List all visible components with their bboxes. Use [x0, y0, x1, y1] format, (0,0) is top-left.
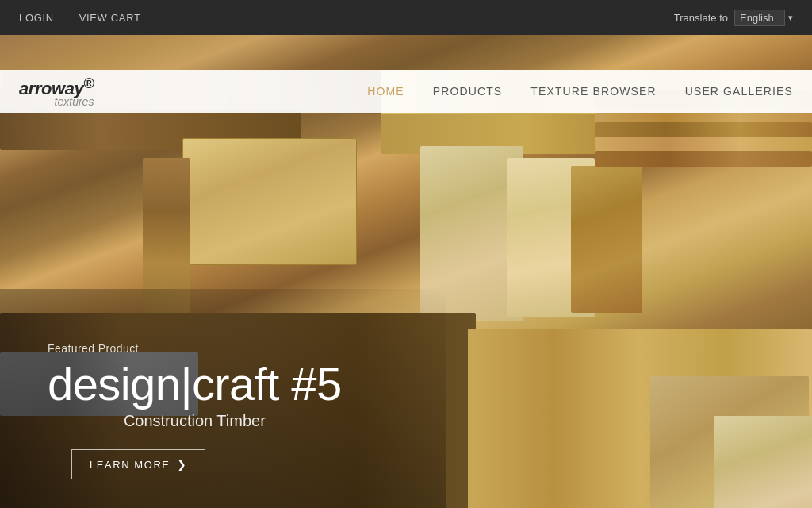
hero-section: arroway® textures HOME PRODUCTS TEXTURE … [0, 35, 812, 508]
main-nav-links: HOME PRODUCTS TEXTURE BROWSER USER GALLE… [367, 85, 793, 98]
logo-registered: ® [83, 74, 94, 90]
top-bar-right: Translate to English Deutsch Français Es… [674, 10, 793, 26]
chevron-right-icon: ❯ [177, 458, 188, 471]
nav-texture-browser[interactable]: TEXTURE BROWSER [530, 85, 656, 98]
view-cart-link[interactable]: VIEW CART [79, 12, 141, 24]
logo-textures-text: textures [19, 96, 94, 107]
featured-label: Featured Product [48, 342, 342, 355]
chevron-down-icon: ▾ [788, 13, 793, 23]
learn-more-button[interactable]: LEARN MORE ❯ [71, 449, 205, 479]
nav-home[interactable]: HOME [367, 85, 404, 98]
product-subtitle: Construction Timber [48, 412, 342, 430]
nav-products[interactable]: PRODUCTS [433, 85, 503, 98]
top-bar-left: LOGIN VIEW CART [19, 12, 141, 24]
nav-user-galleries[interactable]: USER GALLERIES [685, 85, 793, 98]
main-nav: arroway® textures HOME PRODUCTS TEXTURE … [0, 70, 812, 113]
hero-content: Featured Product design|craft #5 Constru… [48, 342, 342, 479]
translate-label: Translate to [674, 12, 728, 24]
logo: arroway® textures [19, 75, 94, 106]
logo-name: arroway® [19, 75, 94, 97]
translate-select[interactable]: English Deutsch Français Español [734, 10, 785, 26]
learn-more-label: LEARN MORE [90, 459, 170, 471]
product-title: design|craft #5 [48, 361, 342, 407]
top-bar: LOGIN VIEW CART Translate to English Deu… [0, 0, 812, 35]
login-link[interactable]: LOGIN [19, 12, 54, 24]
